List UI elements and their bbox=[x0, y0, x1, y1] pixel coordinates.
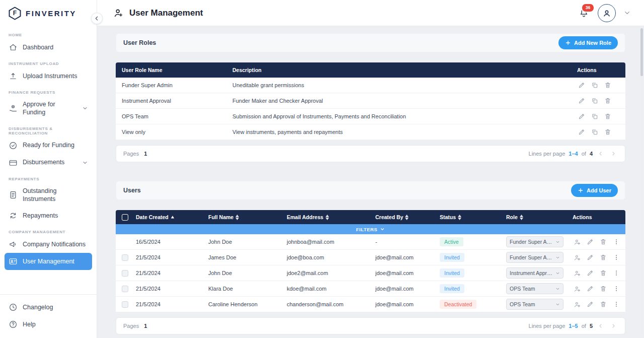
next-page-button[interactable] bbox=[609, 321, 618, 330]
column-header-created-by[interactable]: Created By bbox=[369, 214, 434, 220]
scrollbar-thumb[interactable] bbox=[640, 28, 643, 76]
sort-icon[interactable] bbox=[520, 215, 523, 220]
sidebar-item-upload-instruments[interactable]: Upload Instruments bbox=[5, 67, 92, 85]
sidebar-item-approve-for-funding[interactable]: Approve for Funding bbox=[5, 96, 92, 121]
chevron-down-icon[interactable] bbox=[82, 105, 88, 111]
brand-logo[interactable]: F FINVERITY bbox=[0, 0, 97, 26]
current-page[interactable]: 1 bbox=[144, 151, 147, 157]
duplicate-role-button[interactable] bbox=[590, 112, 599, 121]
delete-user-button[interactable] bbox=[599, 237, 608, 246]
duplicate-role-button[interactable] bbox=[590, 96, 599, 105]
role-table-row[interactable]: View only View instruments, payments and… bbox=[116, 124, 625, 140]
user-table-row[interactable]: 16/5/2024 John Doe johnboa@mail.com - Ac… bbox=[116, 234, 625, 250]
resend-invite-button[interactable] bbox=[573, 237, 582, 246]
sidebar-item-outstanding-instruments[interactable]: Outstanding Instruments bbox=[5, 183, 80, 208]
next-page-button[interactable] bbox=[609, 149, 618, 158]
user-table-row[interactable]: 21/5/2024 Klara Doe kdoe@mail.com jdoe@m… bbox=[116, 281, 625, 297]
sidebar-item-ready-for-funding[interactable]: Ready for Funding bbox=[5, 137, 92, 154]
sort-icon[interactable] bbox=[458, 215, 461, 220]
row-checkbox[interactable] bbox=[122, 286, 128, 292]
email-cell: kdoe@mail.com bbox=[281, 286, 369, 292]
sidebar-collapse-button[interactable] bbox=[91, 13, 103, 24]
role-dropdown[interactable]: OPS Team bbox=[506, 283, 564, 294]
role-dropdown[interactable]: Funder Super Admin bbox=[506, 236, 564, 247]
lines-range[interactable]: 1–4 bbox=[569, 151, 578, 157]
delete-role-button[interactable] bbox=[603, 96, 612, 105]
delete-user-button[interactable] bbox=[599, 268, 608, 278]
notifications-button[interactable]: 36 bbox=[578, 7, 590, 19]
prev-page-button[interactable] bbox=[596, 321, 605, 330]
user-table-row[interactable]: 21/5/2024 Caroline Henderson chanderson@… bbox=[116, 297, 625, 312]
delete-role-button[interactable] bbox=[603, 127, 612, 137]
column-header-email[interactable]: Email Address bbox=[281, 214, 369, 220]
more-actions-button[interactable] bbox=[612, 237, 621, 246]
sidebar-item-user-management[interactable]: User Management bbox=[5, 253, 92, 270]
select-all-checkbox[interactable] bbox=[122, 214, 128, 221]
total-lines: 4 bbox=[590, 151, 593, 157]
row-checkbox[interactable] bbox=[122, 270, 128, 277]
delete-role-button[interactable] bbox=[603, 81, 612, 90]
sidebar-item-disbursements[interactable]: Disbursements bbox=[5, 154, 92, 171]
more-actions-button[interactable] bbox=[612, 300, 621, 309]
delete-user-button[interactable] bbox=[599, 284, 608, 293]
role-dropdown[interactable]: Funder Super Admin bbox=[506, 252, 564, 263]
vertical-scrollbar[interactable] bbox=[640, 28, 643, 334]
edit-user-button[interactable] bbox=[586, 284, 595, 293]
prev-page-button[interactable] bbox=[596, 149, 605, 158]
role-table-row[interactable]: Instrument Approval Funder Maker and Che… bbox=[116, 93, 625, 109]
column-header-date-created[interactable]: Date Created bbox=[130, 214, 202, 220]
sidebar-item-company-notifications[interactable]: Company Notifications bbox=[5, 236, 92, 253]
edit-user-button[interactable] bbox=[586, 300, 595, 309]
delete-user-button[interactable] bbox=[599, 300, 608, 309]
user-table-row[interactable]: 21/5/2024 John Doe jdoe2@mail.com jdoe@m… bbox=[116, 265, 625, 281]
more-actions-button[interactable] bbox=[612, 284, 621, 293]
edit-user-button[interactable] bbox=[586, 253, 595, 262]
add-new-role-button[interactable]: Add New Role bbox=[558, 36, 618, 49]
lines-range[interactable]: 1–5 bbox=[569, 323, 578, 329]
resend-invite-button[interactable] bbox=[573, 268, 582, 278]
check-circle-icon bbox=[9, 141, 18, 150]
edit-role-button[interactable] bbox=[577, 81, 586, 90]
more-actions-button[interactable] bbox=[612, 268, 621, 278]
duplicate-role-button[interactable] bbox=[590, 127, 599, 137]
edit-role-button[interactable] bbox=[577, 127, 586, 137]
user-table-row[interactable]: 21/5/2024 James Doe jdoe@boa.com jdoe@ma… bbox=[116, 250, 625, 265]
resend-invite-button[interactable] bbox=[573, 253, 582, 262]
edit-user-button[interactable] bbox=[586, 237, 595, 246]
sidebar-item-changelog[interactable]: Changelog bbox=[5, 299, 92, 316]
role-dropdown[interactable]: OPS Team bbox=[506, 299, 564, 310]
account-menu-chevron[interactable] bbox=[623, 9, 631, 17]
avatar[interactable] bbox=[598, 4, 616, 22]
more-actions-button[interactable] bbox=[612, 253, 621, 262]
kebab-menu-icon bbox=[613, 254, 620, 261]
column-header-full-name[interactable]: Full Name bbox=[202, 214, 281, 220]
filters-bar[interactable]: FILTERS bbox=[116, 224, 625, 234]
content-scroll-area[interactable]: User Roles Add New Role User Role Name D… bbox=[97, 26, 644, 338]
role-table-row[interactable]: Funder Super Admin Uneditable grant perm… bbox=[116, 78, 625, 93]
column-header-role[interactable]: Role bbox=[500, 214, 567, 220]
delete-role-button[interactable] bbox=[603, 112, 612, 121]
duplicate-role-button[interactable] bbox=[590, 81, 599, 90]
sort-asc-icon[interactable] bbox=[171, 215, 175, 219]
sidebar-item-dashboard[interactable]: Dashboard bbox=[5, 39, 92, 56]
add-user-button[interactable]: Add User bbox=[571, 184, 618, 197]
delete-user-button[interactable] bbox=[599, 253, 608, 262]
edit-role-button[interactable] bbox=[577, 96, 586, 105]
sort-icon[interactable] bbox=[235, 215, 239, 220]
role-table-row[interactable]: OPS Team Submission and Approval of Inst… bbox=[116, 109, 625, 124]
edit-user-button[interactable] bbox=[586, 268, 595, 278]
resend-invite-button[interactable] bbox=[573, 300, 582, 309]
row-checkbox[interactable] bbox=[122, 301, 128, 308]
current-page[interactable]: 1 bbox=[144, 323, 147, 329]
row-checkbox[interactable] bbox=[122, 254, 128, 261]
copy-icon bbox=[591, 97, 598, 104]
edit-role-button[interactable] bbox=[577, 112, 586, 121]
sidebar-item-help[interactable]: Help bbox=[5, 316, 92, 333]
resend-invite-button[interactable] bbox=[573, 284, 582, 293]
sort-icon[interactable] bbox=[326, 215, 329, 220]
chevron-down-icon[interactable] bbox=[82, 160, 88, 166]
sort-icon[interactable] bbox=[405, 215, 409, 220]
role-dropdown[interactable]: Instrument Approval bbox=[506, 267, 564, 279]
sidebar-item-repayments[interactable]: Repayments bbox=[5, 207, 92, 224]
column-header-status[interactable]: Status bbox=[434, 214, 500, 220]
